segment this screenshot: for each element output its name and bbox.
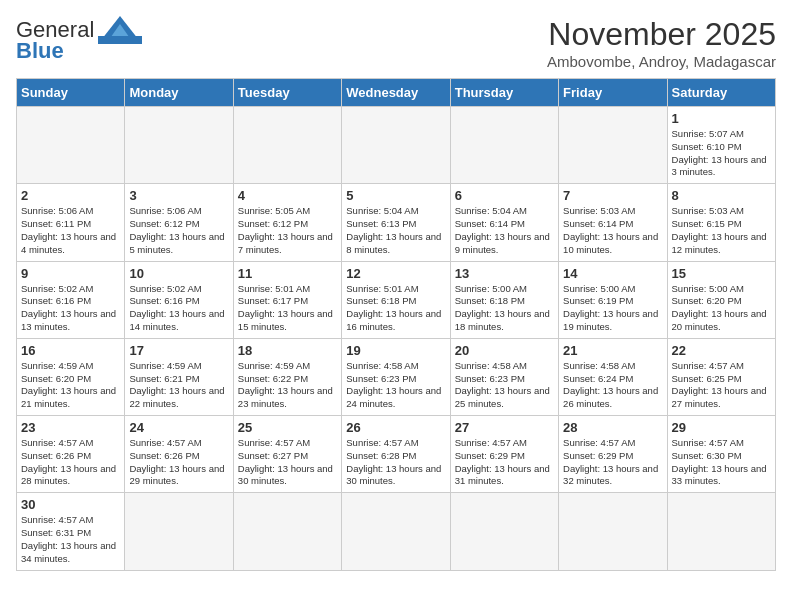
day-number: 22 [672,343,771,358]
day-info: Sunrise: 5:00 AM Sunset: 6:20 PM Dayligh… [672,283,771,334]
calendar-cell: 17Sunrise: 4:59 AM Sunset: 6:21 PM Dayli… [125,338,233,415]
day-number: 13 [455,266,554,281]
calendar-cell: 29Sunrise: 4:57 AM Sunset: 6:30 PM Dayli… [667,416,775,493]
calendar-table: SundayMondayTuesdayWednesdayThursdayFrid… [16,78,776,571]
calendar-cell [667,493,775,570]
day-number: 29 [672,420,771,435]
calendar-cell: 10Sunrise: 5:02 AM Sunset: 6:16 PM Dayli… [125,261,233,338]
day-number: 10 [129,266,228,281]
day-number: 26 [346,420,445,435]
day-info: Sunrise: 5:00 AM Sunset: 6:18 PM Dayligh… [455,283,554,334]
day-number: 14 [563,266,662,281]
calendar-cell: 20Sunrise: 4:58 AM Sunset: 6:23 PM Dayli… [450,338,558,415]
day-number: 25 [238,420,337,435]
day-number: 5 [346,188,445,203]
logo: General Blue [16,16,142,64]
calendar-cell: 14Sunrise: 5:00 AM Sunset: 6:19 PM Dayli… [559,261,667,338]
day-number: 12 [346,266,445,281]
day-info: Sunrise: 4:57 AM Sunset: 6:26 PM Dayligh… [21,437,120,488]
calendar-cell: 23Sunrise: 4:57 AM Sunset: 6:26 PM Dayli… [17,416,125,493]
logo-blue-text: Blue [16,38,64,64]
calendar-cell [17,107,125,184]
calendar-cell: 27Sunrise: 4:57 AM Sunset: 6:29 PM Dayli… [450,416,558,493]
day-info: Sunrise: 5:06 AM Sunset: 6:12 PM Dayligh… [129,205,228,256]
calendar-week-row: 9Sunrise: 5:02 AM Sunset: 6:16 PM Daylig… [17,261,776,338]
calendar-cell: 13Sunrise: 5:00 AM Sunset: 6:18 PM Dayli… [450,261,558,338]
day-info: Sunrise: 5:02 AM Sunset: 6:16 PM Dayligh… [129,283,228,334]
day-info: Sunrise: 4:57 AM Sunset: 6:29 PM Dayligh… [455,437,554,488]
calendar-cell: 12Sunrise: 5:01 AM Sunset: 6:18 PM Dayli… [342,261,450,338]
day-info: Sunrise: 5:02 AM Sunset: 6:16 PM Dayligh… [21,283,120,334]
day-number: 23 [21,420,120,435]
calendar-cell: 28Sunrise: 4:57 AM Sunset: 6:29 PM Dayli… [559,416,667,493]
calendar-week-row: 23Sunrise: 4:57 AM Sunset: 6:26 PM Dayli… [17,416,776,493]
location-subtitle: Ambovombe, Androy, Madagascar [547,53,776,70]
calendar-cell [559,493,667,570]
day-info: Sunrise: 4:57 AM Sunset: 6:26 PM Dayligh… [129,437,228,488]
title-block: November 2025 Ambovombe, Androy, Madagas… [547,16,776,70]
calendar-cell: 11Sunrise: 5:01 AM Sunset: 6:17 PM Dayli… [233,261,341,338]
day-number: 15 [672,266,771,281]
day-info: Sunrise: 4:57 AM Sunset: 6:28 PM Dayligh… [346,437,445,488]
day-info: Sunrise: 4:57 AM Sunset: 6:27 PM Dayligh… [238,437,337,488]
calendar-cell: 3Sunrise: 5:06 AM Sunset: 6:12 PM Daylig… [125,184,233,261]
calendar-cell [342,493,450,570]
day-info: Sunrise: 4:57 AM Sunset: 6:30 PM Dayligh… [672,437,771,488]
calendar-cell: 4Sunrise: 5:05 AM Sunset: 6:12 PM Daylig… [233,184,341,261]
day-info: Sunrise: 5:04 AM Sunset: 6:13 PM Dayligh… [346,205,445,256]
calendar-cell [233,493,341,570]
calendar-cell: 1Sunrise: 5:07 AM Sunset: 6:10 PM Daylig… [667,107,775,184]
calendar-week-row: 16Sunrise: 4:59 AM Sunset: 6:20 PM Dayli… [17,338,776,415]
day-number: 7 [563,188,662,203]
day-info: Sunrise: 5:00 AM Sunset: 6:19 PM Dayligh… [563,283,662,334]
calendar-cell: 5Sunrise: 5:04 AM Sunset: 6:13 PM Daylig… [342,184,450,261]
day-info: Sunrise: 4:58 AM Sunset: 6:23 PM Dayligh… [346,360,445,411]
day-number: 28 [563,420,662,435]
day-number: 3 [129,188,228,203]
calendar-cell [450,493,558,570]
calendar-cell: 18Sunrise: 4:59 AM Sunset: 6:22 PM Dayli… [233,338,341,415]
column-header-monday: Monday [125,79,233,107]
column-header-wednesday: Wednesday [342,79,450,107]
calendar-cell: 8Sunrise: 5:03 AM Sunset: 6:15 PM Daylig… [667,184,775,261]
calendar-cell: 30Sunrise: 4:57 AM Sunset: 6:31 PM Dayli… [17,493,125,570]
calendar-cell [233,107,341,184]
calendar-cell: 24Sunrise: 4:57 AM Sunset: 6:26 PM Dayli… [125,416,233,493]
column-header-tuesday: Tuesday [233,79,341,107]
day-info: Sunrise: 4:59 AM Sunset: 6:20 PM Dayligh… [21,360,120,411]
calendar-cell [450,107,558,184]
day-info: Sunrise: 5:07 AM Sunset: 6:10 PM Dayligh… [672,128,771,179]
day-number: 11 [238,266,337,281]
day-info: Sunrise: 5:05 AM Sunset: 6:12 PM Dayligh… [238,205,337,256]
day-info: Sunrise: 4:57 AM Sunset: 6:29 PM Dayligh… [563,437,662,488]
calendar-header-row: SundayMondayTuesdayWednesdayThursdayFrid… [17,79,776,107]
day-info: Sunrise: 5:03 AM Sunset: 6:15 PM Dayligh… [672,205,771,256]
day-number: 8 [672,188,771,203]
day-number: 16 [21,343,120,358]
day-number: 4 [238,188,337,203]
calendar-week-row: 2Sunrise: 5:06 AM Sunset: 6:11 PM Daylig… [17,184,776,261]
calendar-cell: 6Sunrise: 5:04 AM Sunset: 6:14 PM Daylig… [450,184,558,261]
calendar-cell: 15Sunrise: 5:00 AM Sunset: 6:20 PM Dayli… [667,261,775,338]
day-number: 1 [672,111,771,126]
day-number: 20 [455,343,554,358]
day-info: Sunrise: 4:59 AM Sunset: 6:21 PM Dayligh… [129,360,228,411]
day-info: Sunrise: 4:57 AM Sunset: 6:31 PM Dayligh… [21,514,120,565]
day-number: 17 [129,343,228,358]
day-info: Sunrise: 5:06 AM Sunset: 6:11 PM Dayligh… [21,205,120,256]
day-info: Sunrise: 5:04 AM Sunset: 6:14 PM Dayligh… [455,205,554,256]
calendar-cell: 7Sunrise: 5:03 AM Sunset: 6:14 PM Daylig… [559,184,667,261]
calendar-cell: 21Sunrise: 4:58 AM Sunset: 6:24 PM Dayli… [559,338,667,415]
day-number: 9 [21,266,120,281]
calendar-cell [125,107,233,184]
calendar-week-row: 30Sunrise: 4:57 AM Sunset: 6:31 PM Dayli… [17,493,776,570]
column-header-saturday: Saturday [667,79,775,107]
calendar-cell: 26Sunrise: 4:57 AM Sunset: 6:28 PM Dayli… [342,416,450,493]
calendar-cell: 16Sunrise: 4:59 AM Sunset: 6:20 PM Dayli… [17,338,125,415]
day-number: 2 [21,188,120,203]
day-info: Sunrise: 5:01 AM Sunset: 6:17 PM Dayligh… [238,283,337,334]
day-info: Sunrise: 4:59 AM Sunset: 6:22 PM Dayligh… [238,360,337,411]
day-number: 19 [346,343,445,358]
day-number: 21 [563,343,662,358]
calendar-cell: 9Sunrise: 5:02 AM Sunset: 6:16 PM Daylig… [17,261,125,338]
